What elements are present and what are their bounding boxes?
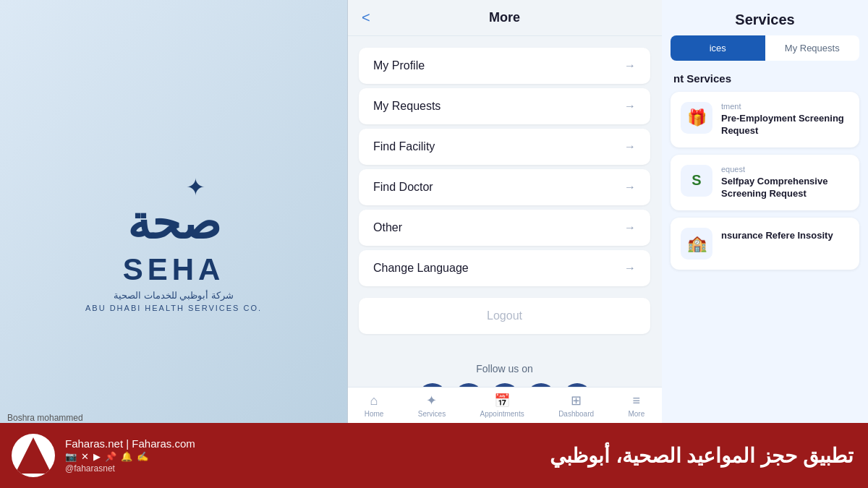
nav-dashboard[interactable]: ⊞ Dashboard <box>558 393 594 418</box>
nav-more-label: More <box>628 410 644 418</box>
back-button[interactable]: < <box>362 9 370 26</box>
service-info: equest Selfpay Comprehensive Screening R… <box>721 165 849 200</box>
dashboard-icon: ⊞ <box>571 393 582 408</box>
bottom-social-row: 📷 ✕ ▶ 📌 🔔 ✍ <box>65 451 550 462</box>
faharas-logo <box>12 434 55 477</box>
service-info: tment Pre-Employment Screening Request <box>721 102 849 137</box>
menu-item-my-profile[interactable]: My Profile → <box>359 48 650 84</box>
seha-english-subtitle: ABU DHABI HEALTH SERVICES CO. <box>85 304 262 312</box>
user-name-label: Boshra mohammed <box>7 413 83 423</box>
arabic-headline: تطبيق حجز المواعيد الصحية، أبوظبي <box>550 444 854 468</box>
menu-item-label: Find Doctor <box>373 181 433 194</box>
service-category: equest <box>721 165 849 174</box>
seha-english-name: SEHA <box>123 252 225 287</box>
menu-item-label: My Requests <box>373 100 441 113</box>
seha-arabic-name: صحة <box>127 196 221 249</box>
faharas-info: Faharas.net | Faharas.com 📷 ✕ ▶ 📌 🔔 ✍ @f… <box>65 437 550 474</box>
insurance-icon: 🏫 <box>681 228 712 260</box>
nav-more[interactable]: ≡ More <box>628 393 644 418</box>
seha-arabic-subtitle: شركة أبوظبي للخدمات الصحية <box>114 290 234 301</box>
faharas-site: Faharas.net | Faharas.com <box>65 437 550 450</box>
menu-item-my-requests[interactable]: My Requests → <box>359 88 650 124</box>
bottom-bar: Faharas.net | Faharas.com 📷 ✕ ▶ 📌 🔔 ✍ @f… <box>0 423 868 488</box>
services-panel: Services ices My Requests nt Services 🎁 … <box>662 0 868 488</box>
chevron-right-icon: → <box>624 221 636 234</box>
bottom-x-icon: ✕ <box>81 451 89 462</box>
services-tabs: ices My Requests <box>671 35 859 61</box>
chevron-right-icon: → <box>624 140 636 153</box>
selfpay-icon: S <box>681 165 712 197</box>
home-icon: ⌂ <box>370 393 378 408</box>
bottom-camera-icon: 📷 <box>65 451 77 462</box>
menu-item-label: Change Language <box>373 262 469 275</box>
bottom-youtube-icon: ▶ <box>93 451 101 462</box>
menu-item-label: Find Facility <box>373 140 435 153</box>
recent-services-label: nt Services <box>662 68 868 92</box>
service-card-pre-employment[interactable]: 🎁 tment Pre-Employment Screening Request <box>671 92 859 147</box>
bottom-pin-icon: 📌 <box>105 451 116 462</box>
appointments-icon: 📅 <box>494 393 510 408</box>
nav-appointments[interactable]: 📅 Appointments <box>480 393 524 418</box>
service-card-selfpay[interactable]: S equest Selfpay Comprehensive Screening… <box>671 155 859 210</box>
chevron-right-icon: → <box>624 59 636 72</box>
service-category: tment <box>721 102 849 111</box>
menu-item-label: Other <box>373 221 402 234</box>
menu-item-other[interactable]: Other → <box>359 210 650 246</box>
more-header: < More <box>347 0 662 36</box>
bottom-nav: ⌂ Home ✦ Services 📅 Appointments ⊞ Dashb… <box>347 387 662 423</box>
nav-services-label: Services <box>418 410 446 418</box>
bottom-bell-icon: 🔔 <box>121 451 132 462</box>
service-name: Pre-Employment Screening Request <box>721 113 849 137</box>
more-title: More <box>489 10 520 25</box>
menu-item-label: My Profile <box>373 59 425 72</box>
service-name: Selfpay Comprehensive Screening Request <box>721 176 849 200</box>
service-card-insurance[interactable]: 🏫 nsurance Refere Insosity <box>671 218 859 270</box>
logout-label: Logout <box>487 309 522 322</box>
nav-dashboard-label: Dashboard <box>558 410 594 418</box>
menu-item-find-facility[interactable]: Find Facility → <box>359 129 650 165</box>
faharas-username: @faharasnet <box>65 463 550 474</box>
menu-item-find-doctor[interactable]: Find Doctor → <box>359 169 650 205</box>
more-icon: ≡ <box>633 393 641 408</box>
tab-my-requests[interactable]: My Requests <box>765 35 860 61</box>
nav-services[interactable]: ✦ Services <box>418 393 446 418</box>
seha-logo: ✦ صحة SEHA شركة أبوظبي للخدمات الصحية AB… <box>85 176 262 312</box>
panel-divider-left <box>347 0 348 423</box>
chevron-right-icon: → <box>624 262 636 275</box>
pre-employment-icon: 🎁 <box>681 102 712 134</box>
services-title: Services <box>662 0 868 35</box>
menu-item-change-language[interactable]: Change Language → <box>359 250 650 286</box>
nav-home-label: Home <box>365 410 384 418</box>
tab-services[interactable]: ices <box>671 35 765 61</box>
chevron-right-icon: → <box>624 100 636 113</box>
services-icon: ✦ <box>426 393 437 408</box>
chevron-right-icon: → <box>624 181 636 194</box>
service-name: nsurance Refere Insosity <box>721 230 849 242</box>
logout-button[interactable]: Logout <box>359 298 650 334</box>
follow-label: Follow us on <box>347 363 662 374</box>
nav-appointments-label: Appointments <box>480 410 524 418</box>
service-info: nsurance Refere Insosity <box>721 228 849 242</box>
bottom-pen-icon: ✍ <box>137 451 148 462</box>
nav-home[interactable]: ⌂ Home <box>365 393 384 418</box>
menu-list: My Profile → My Requests → Find Facility… <box>347 36 662 348</box>
